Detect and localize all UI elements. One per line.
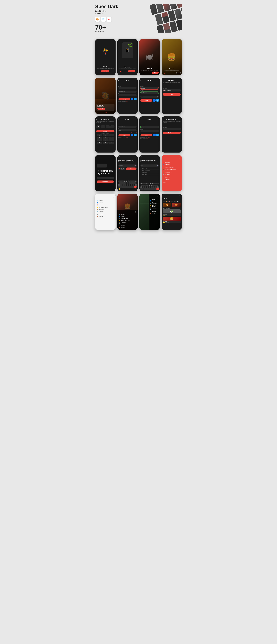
back-arrow-login2[interactable]: ‹	[140, 118, 141, 120]
back-to-login-btn[interactable]: Back to login	[97, 180, 114, 183]
close-menu-btn-light[interactable]: ✕	[112, 196, 114, 198]
login-btn[interactable]: Login	[118, 134, 130, 136]
key-4[interactable]: 4	[97, 137, 102, 139]
phone-input[interactable]: 🇺🇸+1 (827) 847-8394	[163, 89, 181, 92]
back-arrow-signup2[interactable]: ‹	[140, 80, 141, 81]
email-input-2[interactable]: john@mail.com✓	[140, 91, 159, 94]
back-arrow-location[interactable]: ‹	[118, 157, 119, 159]
otp-box-3[interactable]	[106, 125, 110, 128]
menu-item-orders-photo[interactable]: 📦MY ORDERS	[119, 221, 136, 223]
menu-item-settings-red[interactable]: ⚙️ SETTINGS	[163, 174, 180, 176]
key-u[interactable]: U	[129, 180, 131, 182]
password-input[interactable]: ••••••••	[118, 94, 137, 96]
menu-item-settings-map[interactable]: ⚙️SETTINGS	[150, 209, 158, 211]
key-7[interactable]: 7	[97, 139, 102, 141]
key-t[interactable]: T	[126, 180, 127, 182]
key-0[interactable]: 0	[103, 142, 108, 144]
menu-item-payment-map[interactable]: 💳PAYMENT METHODS	[150, 204, 158, 207]
fullname-input[interactable]: John Doe	[118, 87, 137, 89]
menu-item-contact-photo[interactable]: 📞CONTACT	[119, 225, 136, 227]
menu-item-profile-photo[interactable]: 👤PROFILE	[119, 216, 136, 218]
facebook-login-btn[interactable]: f	[131, 134, 133, 136]
more-icon-login2[interactable]: ⋮	[157, 118, 159, 120]
login-password-2[interactable]: ••••••••👁	[140, 130, 159, 132]
menu-item-payment-light[interactable]: 💳PAYMENT METHODS	[97, 206, 114, 208]
back-arrow-confirm[interactable]: ‹	[96, 118, 97, 120]
more-icon-phone[interactable]: ⋮	[179, 80, 181, 81]
menu-item-settings-light[interactable]: ⚙️SETTINGS	[97, 211, 114, 213]
key-p[interactable]: P	[135, 180, 137, 182]
key-y[interactable]: Y	[128, 180, 129, 182]
resend-link[interactable]: Didn't get it? Resend code	[96, 133, 114, 134]
forgot-link[interactable]: Forgot password?	[118, 132, 137, 133]
more-icon-login[interactable]: ⋮	[135, 118, 137, 120]
suggestion-3[interactable]: 📍York College	[140, 172, 159, 174]
key-5[interactable]: 5	[103, 137, 108, 139]
key-r[interactable]: R	[124, 180, 126, 182]
reset-password-btn[interactable]: Reset Password	[163, 132, 181, 134]
restaurant-card-2[interactable]: 🍔 Fury Burger ⭐⭐⭐⭐ • 1.4 km	[163, 216, 181, 223]
menu-item-addresses-map[interactable]: 📍MY ADDRESSES	[150, 202, 158, 204]
tag-4[interactable]: 🌮	[171, 200, 173, 202]
back-arrow-forgot[interactable]: ‹	[163, 118, 163, 120]
key-9[interactable]: 9	[108, 139, 114, 141]
more-icon-location2[interactable]: ⋮	[157, 157, 159, 159]
menu-item-logout-photo[interactable]: 🚪LOGOUT	[119, 227, 136, 228]
menu-item-search-map[interactable]: 🔍SEARCH	[150, 198, 158, 200]
otp-box-4[interactable]	[110, 125, 114, 128]
suggestion-2[interactable]: 📍6 York Second Hospital	[140, 170, 159, 172]
more-icon-signup2[interactable]: ⋮	[157, 80, 159, 81]
facebook-btn[interactable]: f	[131, 98, 133, 100]
close-menu-btn-photo[interactable]: ✕	[134, 211, 136, 213]
location-search-input[interactable]: North York 🎯	[118, 164, 137, 167]
menu-item-profile-red[interactable]: 👤 PROFILE	[163, 164, 180, 166]
menu-item-contact-red[interactable]: 📞 CONTACT	[163, 176, 180, 178]
next-btn-3[interactable]: Next	[152, 72, 159, 74]
back-arrow-login[interactable]: ‹	[118, 118, 119, 120]
menu-item-addresses-red[interactable]: 📍 MY ADDRESSES	[163, 166, 180, 168]
mic-key[interactable]: 🎤	[135, 188, 136, 190]
menu-item-contact-light[interactable]: 📞CONTACT	[97, 213, 114, 215]
suggestion-1[interactable]: 📍6 York Street	[140, 168, 159, 170]
tag-2[interactable]: 🍔	[165, 200, 168, 202]
continue-btn[interactable]: Continue	[96, 130, 114, 132]
key-6[interactable]: 6	[108, 137, 114, 139]
tag-6[interactable]: 🥗	[176, 200, 179, 202]
menu-item-orders-map[interactable]: 📦MY ORDERS	[150, 207, 158, 209]
menu-item-payment-red[interactable]: 💳 PAYMENT METHODS	[163, 168, 180, 171]
suggestion-4[interactable]: 📍6 York Canoe	[140, 174, 159, 175]
cart-icon[interactable]: 🛒	[179, 195, 180, 196]
twitter-login-btn[interactable]: t	[134, 134, 137, 136]
more-icon-signup[interactable]: ⋮	[135, 80, 137, 81]
key-2[interactable]: 2	[103, 134, 108, 136]
forgot-email-input[interactable]: john@mail.com	[163, 128, 181, 130]
menu-item-payment-photo[interactable]: 💳PAYMENT METHODS	[119, 219, 136, 221]
key-star[interactable]: *	[97, 142, 102, 144]
menu-item-logout-map[interactable]: 🚪LOGOUT	[150, 213, 158, 214]
twitter-btn-2[interactable]: t	[156, 99, 159, 102]
signup-btn[interactable]: Sign Up	[118, 98, 130, 100]
menu-item-logout-red[interactable]: 🚪 LOGOUT	[163, 178, 180, 181]
back-arrow-phone[interactable]: ‹	[163, 80, 163, 81]
menu-item-search-light[interactable]: 🔍SEARCH	[97, 200, 114, 202]
menu-item-settings-photo[interactable]: ⚙️SETTINGS	[119, 223, 136, 225]
menu-item-addresses-photo[interactable]: 📍MY ADDRESSES	[119, 218, 136, 219]
key-i[interactable]: I	[131, 180, 133, 182]
location-search-2[interactable]: Nord 🎯	[140, 164, 159, 167]
tag-3[interactable]: 🍣	[168, 200, 171, 202]
sign-up-button-1[interactable]: Sign Up	[101, 70, 109, 72]
next-location-btn[interactable]: Next	[126, 168, 137, 170]
sign-up-btn-5[interactable]: Sign Up	[97, 108, 105, 110]
key-8[interactable]: 8	[103, 139, 108, 141]
next-btn-2[interactable]: Next	[128, 70, 135, 72]
tag-5[interactable]: 🍜	[174, 200, 176, 202]
menu-item-contact-map[interactable]: 📞CONTACT	[150, 211, 158, 213]
password-input-2[interactable]: ••••••••👁	[140, 96, 159, 98]
next-btn-4[interactable]: Next	[176, 72, 181, 74]
facebook-btn-2[interactable]: f	[153, 99, 156, 102]
menu-item-orders-red[interactable]: 📦 MY ORDERS	[163, 171, 180, 174]
fullname-input-2[interactable]: John Doe✕	[140, 87, 159, 90]
use-location-btn[interactable]: 📍 Use Your Location	[118, 168, 125, 170]
restaurant-card-1[interactable]: 🥗 Gusto Bistro ⭐⭐⭐⭐ • 2.1 km	[163, 209, 181, 216]
key-e[interactable]: E	[122, 180, 124, 182]
